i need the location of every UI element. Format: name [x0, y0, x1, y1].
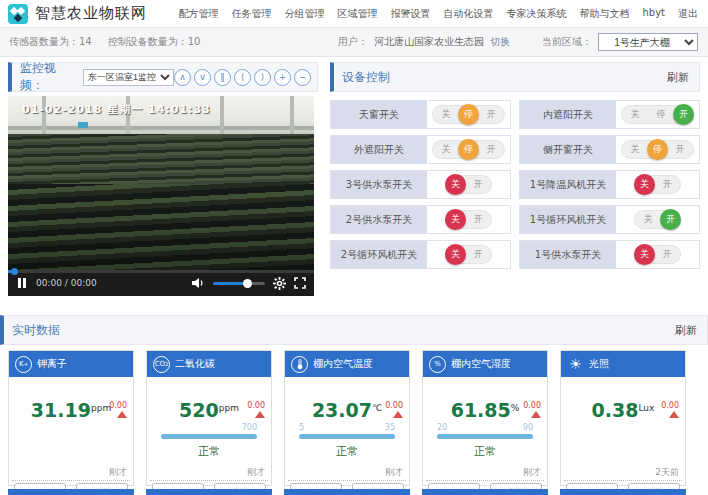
sensor-card: %棚内空气湿度0.0061.85%2090正常刚才报警设置历史数据: [422, 350, 548, 486]
volume-slider[interactable]: [213, 282, 265, 285]
device-switch-toggle[interactable]: 关停开: [432, 140, 505, 159]
device-switch-row: 外遮阳开关关停开: [330, 135, 511, 164]
video-progress-bar[interactable]: [8, 270, 314, 273]
switch-state-active[interactable]: 停: [647, 139, 668, 160]
switch-state-active[interactable]: 关: [634, 174, 655, 195]
switch-user-link[interactable]: 切换: [490, 35, 510, 49]
switch-state-option[interactable]: 停: [648, 108, 674, 121]
sensor-card: 棚内空气温度0.0023.07℃535正常刚才报警设置历史数据: [284, 350, 410, 486]
device-switch-toggle[interactable]: 关停开: [621, 140, 694, 159]
switch-state-option[interactable]: 关: [635, 213, 661, 226]
device-switch-toggle[interactable]: 关停开: [432, 105, 505, 124]
sensor-range-slider[interactable]: 535: [299, 423, 395, 443]
switch-state-active[interactable]: 关: [445, 209, 466, 230]
fullscreen-icon[interactable]: [294, 277, 306, 289]
sensor-range-slider[interactable]: 2090: [437, 423, 533, 443]
sensor-range-slider[interactable]: 700: [161, 423, 257, 443]
top-navbar: 智慧农业物联网 配方管理任务管理分组管理区域管理报警设置自动化设置专家决策系统帮…: [0, 0, 708, 28]
thermometer-icon: [291, 356, 308, 373]
switch-state-option[interactable]: 关: [622, 108, 648, 121]
device-switch-toggle[interactable]: 关开: [445, 175, 492, 194]
switch-state-active[interactable]: 停: [458, 139, 479, 160]
card-divider: [426, 480, 544, 481]
navbar-menu-item[interactable]: 任务管理: [231, 7, 271, 21]
chevron-right-button[interactable]: ⟩: [254, 69, 271, 86]
next-row-card-header-partial: [146, 489, 272, 495]
sensor-delta: 0.00: [523, 401, 541, 418]
switch-state-option[interactable]: 关: [433, 108, 459, 121]
device-switch-zone: 关开: [427, 206, 510, 233]
settings-gear-icon[interactable]: [273, 277, 286, 290]
sensor-updated-time: 刚才: [247, 466, 265, 479]
camera-control-buttons: ∧∨‖⟨⟩+−: [174, 69, 311, 86]
camera-select[interactable]: 东一区温室1监控: [83, 69, 174, 86]
device-switch-row: 1号降温风机开关关开: [519, 170, 700, 199]
sensor-card: ☀光照0.000.38Lux2天前报警设置历史数据: [560, 350, 686, 486]
sensor-delta-value: 0.00: [661, 401, 679, 410]
sensor-delta-value: 0.00: [109, 401, 127, 410]
sensor-card-body: 0.0031.19ppm刚才报警设置历史数据: [9, 399, 133, 495]
device-switch-zone: 关停开: [427, 136, 510, 163]
navbar-menu-item[interactable]: 报警设置: [390, 7, 430, 21]
chevron-down-button[interactable]: ∨: [194, 69, 211, 86]
navbar-menu-item[interactable]: 分组管理: [284, 7, 324, 21]
next-row-card-header-partial: [284, 489, 410, 495]
switch-state-active[interactable]: 停: [458, 104, 479, 125]
device-switch-label: 2号循环风机开关: [331, 241, 427, 268]
device-switch-toggle[interactable]: 关停开: [621, 105, 694, 124]
navbar-menu-item[interactable]: 退出: [678, 7, 698, 21]
pause-button[interactable]: ‖: [214, 69, 231, 86]
switch-state-active[interactable]: 关: [634, 244, 655, 265]
sensor-delta: 0.00: [247, 401, 265, 418]
region-select[interactable]: 1号生产大棚: [598, 33, 698, 51]
navbar-menu-item[interactable]: 专家决策系统: [506, 7, 566, 21]
video-time: 00:00 / 00:00: [36, 278, 97, 288]
navbar-menu-item[interactable]: hbyt: [642, 7, 665, 21]
navbar-menu-item[interactable]: 帮助与文档: [579, 7, 629, 21]
device-panel-header: 设备控制 刷新: [330, 62, 700, 92]
switch-state-active[interactable]: 开: [673, 104, 694, 125]
device-switch-toggle[interactable]: 关开: [634, 245, 681, 264]
switch-state-option[interactable]: 开: [667, 143, 693, 156]
switch-state-option[interactable]: 开: [465, 178, 491, 191]
chevron-up-button[interactable]: ∧: [174, 69, 191, 86]
realtime-refresh-link[interactable]: 刷新: [675, 323, 697, 338]
switch-state-option[interactable]: 关: [622, 143, 648, 156]
sensor-unit: ℃: [372, 403, 382, 413]
device-switch-toggle[interactable]: 关开: [634, 175, 681, 194]
navbar-menu-item[interactable]: 区域管理: [337, 7, 377, 21]
device-refresh-link[interactable]: 刷新: [667, 70, 689, 85]
navbar-menu-item[interactable]: 自动化设置: [443, 7, 493, 21]
brand-logo-icon: [8, 4, 28, 24]
plus-button[interactable]: +: [274, 69, 291, 86]
range-max-label: 90: [523, 423, 533, 432]
video-timestamp-overlay: 01-02-2018 星期一 14:01:33: [22, 102, 211, 117]
device-switch-row: 2号循环风机开关关开: [330, 240, 511, 269]
device-switch-label: 3号供水泵开关: [331, 171, 427, 198]
navbar-menu-item[interactable]: 配方管理: [178, 7, 218, 21]
switch-state-option[interactable]: 开: [478, 143, 504, 156]
sensor-delta-value: 0.00: [247, 401, 265, 410]
switch-state-active[interactable]: 关: [445, 244, 466, 265]
switch-state-option[interactable]: 开: [465, 213, 491, 226]
switch-state-active[interactable]: 开: [660, 209, 681, 230]
sensor-card-title: 钾离子: [37, 357, 67, 371]
switch-state-option[interactable]: 开: [654, 178, 680, 191]
switch-state-active[interactable]: 关: [445, 174, 466, 195]
video-player[interactable]: 01-02-2018 星期一 14:01:33 00:00 / 00:00: [8, 96, 314, 296]
volume-icon[interactable]: [192, 277, 205, 289]
device-switch-toggle[interactable]: 关开: [445, 245, 492, 264]
pause-button[interactable]: [18, 278, 26, 288]
switch-state-option[interactable]: 关: [433, 143, 459, 156]
switch-state-option[interactable]: 开: [478, 108, 504, 121]
device-switch-toggle[interactable]: 关开: [634, 210, 681, 229]
chevron-left-button[interactable]: ⟨: [234, 69, 251, 86]
device-switch-row: 侧开窗开关关停开: [519, 135, 700, 164]
switch-state-option[interactable]: 开: [465, 248, 491, 261]
delta-up-arrow-icon: [531, 411, 541, 418]
device-switch-toggle[interactable]: 关开: [445, 210, 492, 229]
sensor-card-header: %棚内空气湿度: [423, 351, 547, 377]
video-control-bar: 00:00 / 00:00: [8, 270, 314, 296]
minus-button[interactable]: −: [294, 69, 311, 86]
switch-state-option[interactable]: 开: [654, 248, 680, 261]
